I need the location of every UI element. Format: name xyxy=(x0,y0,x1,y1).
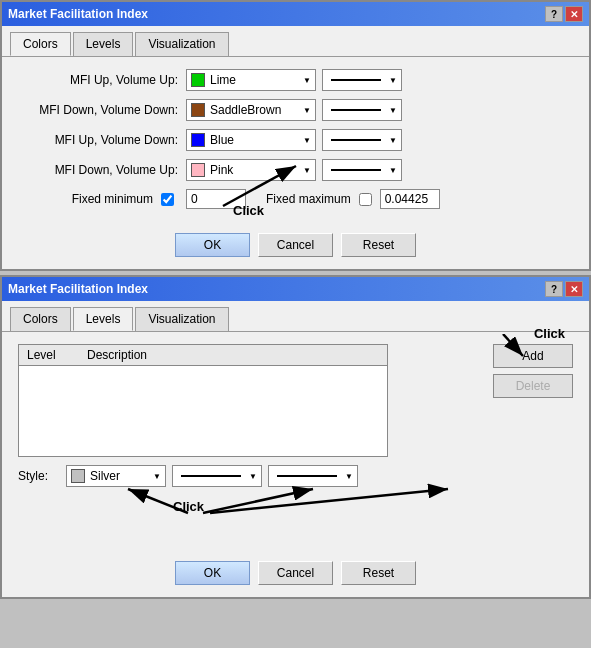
label-mfi-up-vol-down: MFI Up, Volume Down: xyxy=(18,133,178,147)
line-preview-blue xyxy=(331,139,381,141)
tab-colors-2[interactable]: Colors xyxy=(10,307,71,331)
color-name-saddlebrown: SaddleBrown xyxy=(210,103,299,117)
fixed-max-label: Fixed maximum xyxy=(266,192,351,206)
dialog-1: Market Facilitation Index ? ✕ Colors Lev… xyxy=(0,0,591,271)
row-mfi-down-vol-down: MFI Down, Volume Down: SaddleBrown ▼ ▼ xyxy=(18,99,573,121)
arrow-svg-style: Click xyxy=(18,481,591,551)
arrow-linestyle-pink: ▼ xyxy=(389,166,397,175)
dialog-content-1: MFI Up, Volume Up: Lime ▼ ▼ MFI Down, Vo… xyxy=(2,57,589,225)
button-row-1: OK Cancel Reset xyxy=(2,225,589,269)
dialog-title-1: Market Facilitation Index xyxy=(8,7,148,21)
button-row-2: OK Cancel Reset xyxy=(2,553,589,597)
ok-button-2[interactable]: OK xyxy=(175,561,250,585)
label-mfi-down-vol-down: MFI Down, Volume Down: xyxy=(18,103,178,117)
click-annotation-1: Click xyxy=(233,203,264,218)
arrow-silver: ▼ xyxy=(153,472,161,481)
tab-visualization-2[interactable]: Visualization xyxy=(135,307,228,331)
dropdown-saddlebrown[interactable]: SaddleBrown ▼ xyxy=(186,99,316,121)
arrow-linestyle-blue: ▼ xyxy=(389,136,397,145)
swatch-blue xyxy=(191,133,205,147)
row-mfi-down-vol-up: MFI Down, Volume Up: Pink ▼ ▼ xyxy=(18,159,573,181)
color-name-lime: Lime xyxy=(210,73,299,87)
tab-colors-1[interactable]: Colors xyxy=(10,32,71,56)
linestyle-blue[interactable]: ▼ xyxy=(322,129,402,151)
fixed-max-input[interactable] xyxy=(380,189,440,209)
arrow-linestyle-saddlebrown: ▼ xyxy=(389,106,397,115)
dialog-content-2: Level Description Click xyxy=(2,332,589,553)
line-preview-saddlebrown xyxy=(331,109,381,111)
dropdown-blue[interactable]: Blue ▼ xyxy=(186,129,316,151)
close-button-2[interactable]: ✕ xyxy=(565,281,583,297)
row-mfi-up-vol-up: MFI Up, Volume Up: Lime ▼ ▼ xyxy=(18,69,573,91)
help-button-2[interactable]: ? xyxy=(545,281,563,297)
arrow-linestyle-silver-1: ▼ xyxy=(249,472,257,481)
levels-buttons: Click Add Delete xyxy=(493,344,573,398)
levels-body xyxy=(19,366,387,456)
label-mfi-down-vol-up: MFI Down, Volume Up: xyxy=(18,163,178,177)
svg-text:Click: Click xyxy=(173,499,205,514)
swatch-lime xyxy=(191,73,205,87)
arrow-lime: ▼ xyxy=(303,76,311,85)
help-button-1[interactable]: ? xyxy=(545,6,563,22)
arrow-pink: ▼ xyxy=(303,166,311,175)
svg-line-10 xyxy=(210,489,448,513)
reset-button-2[interactable]: Reset xyxy=(341,561,416,585)
tab-levels-2[interactable]: Levels xyxy=(73,307,134,331)
linestyle-lime[interactable]: ▼ xyxy=(322,69,402,91)
arrow-linestyle-lime: ▼ xyxy=(389,76,397,85)
color-name-blue: Blue xyxy=(210,133,299,147)
title-bar-1: Market Facilitation Index ? ✕ xyxy=(2,2,589,26)
fixed-max-checkbox[interactable] xyxy=(359,193,372,206)
levels-header: Level Description xyxy=(19,345,387,366)
arrow-linestyle-silver-2: ▼ xyxy=(345,472,353,481)
svg-line-8 xyxy=(128,489,188,513)
arrow-blue: ▼ xyxy=(303,136,311,145)
row-mfi-up-vol-down: MFI Up, Volume Down: Blue ▼ ▼ xyxy=(18,129,573,151)
tab-bar-1: Colors Levels Visualization xyxy=(2,26,589,57)
swatch-pink xyxy=(191,163,205,177)
linestyle-pink[interactable]: ▼ xyxy=(322,159,402,181)
ok-button-1[interactable]: OK xyxy=(175,233,250,257)
col-description: Description xyxy=(79,348,387,362)
tab-bar-2: Colors Levels Visualization xyxy=(2,301,589,332)
color-name-pink: Pink xyxy=(210,163,299,177)
line-preview-silver-2 xyxy=(277,475,337,477)
delete-button[interactable]: Delete xyxy=(493,374,573,398)
title-bar-buttons-2: ? ✕ xyxy=(545,281,583,297)
cancel-button-1[interactable]: Cancel xyxy=(258,233,333,257)
dropdown-pink[interactable]: Pink ▼ xyxy=(186,159,316,181)
close-button-1[interactable]: ✕ xyxy=(565,6,583,22)
click-annotation-add: Click xyxy=(534,326,565,341)
line-preview-pink xyxy=(331,169,381,171)
title-bar-buttons-1: ? ✕ xyxy=(545,6,583,22)
tab-visualization-1[interactable]: Visualization xyxy=(135,32,228,56)
dropdown-lime[interactable]: Lime ▼ xyxy=(186,69,316,91)
levels-table: Level Description xyxy=(18,344,388,457)
swatch-saddlebrown xyxy=(191,103,205,117)
col-level: Level xyxy=(19,348,79,362)
arrow-saddlebrown: ▼ xyxy=(303,106,311,115)
dialog-title-2: Market Facilitation Index xyxy=(8,282,148,296)
fixed-min-label: Fixed minimum xyxy=(72,192,153,206)
title-bar-2: Market Facilitation Index ? ✕ xyxy=(2,277,589,301)
label-mfi-up-vol-up: MFI Up, Volume Up: xyxy=(18,73,178,87)
linestyle-saddlebrown[interactable]: ▼ xyxy=(322,99,402,121)
line-preview-lime xyxy=(331,79,381,81)
cancel-button-2[interactable]: Cancel xyxy=(258,561,333,585)
line-preview-silver-1 xyxy=(181,475,241,477)
svg-line-9 xyxy=(203,489,313,513)
fixed-min-checkbox[interactable] xyxy=(161,193,174,206)
add-button[interactable]: Add xyxy=(493,344,573,368)
dialog-2: Market Facilitation Index ? ✕ Colors Lev… xyxy=(0,275,591,599)
reset-button-1[interactable]: Reset xyxy=(341,233,416,257)
tab-levels-1[interactable]: Levels xyxy=(73,32,134,56)
